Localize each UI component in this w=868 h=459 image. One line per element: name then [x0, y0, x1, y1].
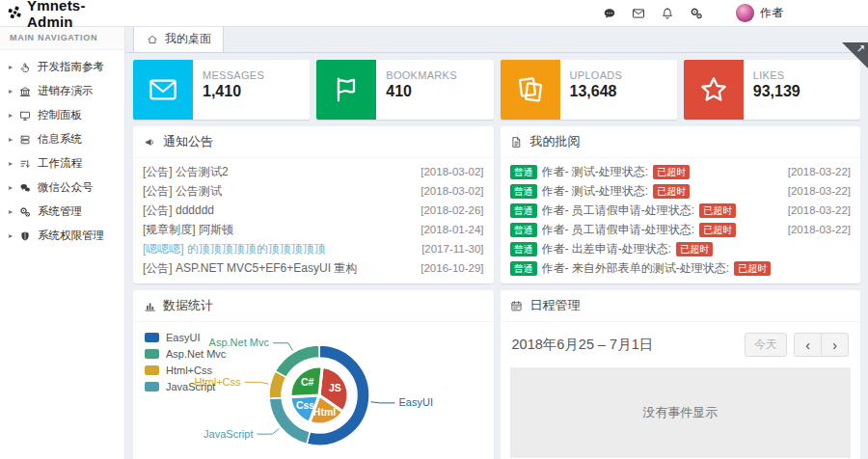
- calendar-body: 2018年6月25 – 7月1日 今天 ‹ › 没有事件显示: [501, 322, 861, 459]
- legend-label: Asp.Net Mvc: [166, 348, 226, 360]
- sidebar-item-label: 工作流程: [38, 156, 82, 171]
- server-icon: [18, 134, 32, 146]
- sidebar-item-5[interactable]: ▸工作流程: [0, 151, 124, 176]
- stat-card-body: UPLOADS13,648: [560, 60, 633, 120]
- sidebar-item-2[interactable]: ▸进销存演示: [0, 79, 124, 103]
- notice-link[interactable]: [规章制度] 阿斯顿: [143, 222, 233, 238]
- inner-slice-label: Html: [313, 406, 336, 418]
- review-date: [2018-03-22]: [788, 224, 851, 235]
- level-badge: 普通: [510, 242, 537, 256]
- review-row: 普通作者- 测试-处理状态:已超时[2018-03-22]: [510, 181, 852, 201]
- legend-item-javascript[interactable]: JavaScript: [145, 381, 226, 392]
- legend-item-html-css[interactable]: Html+Css: [145, 364, 226, 376]
- notices-title: 通知公告: [163, 133, 213, 150]
- notice-link[interactable]: [嗯嗯嗯] 的顶顶顶顶顶的顶顶顶顶顶: [143, 241, 326, 257]
- notice-date: [2018-02-26]: [420, 204, 483, 216]
- tab-my-desktop[interactable]: 我的桌面: [133, 25, 224, 52]
- stat-card-label: UPLOADS: [570, 69, 623, 81]
- calendar-panel-header: 日程管理: [501, 290, 861, 322]
- panels-row-2: 数据统计 EasyUIAsp.Net MvcHtml+CssJavaScript…: [133, 290, 860, 459]
- review-row: 普通作者- 测试-处理状态:已超时[2018-03-22]: [510, 162, 852, 181]
- calendar-toolbar: 2018年6月25 – 7月1日 今天 ‹ ›: [512, 333, 850, 357]
- sidebar-item-4[interactable]: ▸信息系统: [0, 127, 124, 151]
- review-link[interactable]: 普通作者- 出差申请-处理状态:已超时: [510, 241, 714, 257]
- notice-link[interactable]: [公告] 公告测试: [143, 183, 222, 200]
- stat-card-body: BOOKMARKS410: [376, 60, 467, 120]
- sidebar-item-7[interactable]: ▸系统管理: [0, 200, 124, 224]
- bell-icon[interactable]: [661, 7, 674, 20]
- star-icon: [684, 60, 744, 120]
- brand-logo-icon: [8, 6, 22, 20]
- stat-card-bookmarks: BOOKMARKS410: [316, 60, 493, 120]
- comment-icon[interactable]: [603, 7, 616, 20]
- calendar-range: 2018年6月25 – 7月1日: [512, 336, 654, 354]
- review-link[interactable]: 普通作者- 测试-处理状态:已超时: [510, 183, 691, 200]
- review-text: 作者- 测试-处理状态:: [542, 164, 649, 180]
- content-area: 我的桌面 MESSAGES1,410BOOKMARKS410UPLOADS13,…: [125, 26, 868, 459]
- next-button[interactable]: ›: [821, 334, 848, 356]
- stat-card-label: LIKES: [753, 69, 800, 81]
- sidebar-item-8[interactable]: ▸系统权限管理: [0, 224, 124, 248]
- status-badge: 已超时: [699, 223, 736, 237]
- notice-link[interactable]: [公告] ASP.NET MVC5+EF6+EasyUI 重构: [143, 260, 357, 277]
- legend-swatch: [145, 365, 159, 375]
- inner-slice-label: Css: [296, 399, 314, 411]
- panels-row-1: 通知公告 [公告] 公告测试2[2018-03-02][公告] 公告测试[201…: [133, 126, 860, 284]
- review-link[interactable]: 普通作者- 测试-处理状态:已超时: [510, 164, 691, 180]
- stats-panel-header: 数据统计: [133, 290, 494, 322]
- stat-card-uploads: UPLOADS13,648: [501, 60, 677, 120]
- brand-logo[interactable]: Ymnets-Admin: [0, 0, 125, 30]
- review-link[interactable]: 普通作者- 员工请假申请-处理状态:已超时: [510, 202, 737, 219]
- review-date: [2018-03-22]: [788, 166, 851, 177]
- sidebar-item-3[interactable]: ▸控制面板: [0, 103, 124, 127]
- workflow-icon: [18, 158, 32, 170]
- cogs-icon[interactable]: [690, 7, 703, 20]
- stat-card-value: 1,410: [203, 83, 264, 100]
- user-menu[interactable]: 作者: [736, 4, 783, 22]
- file-text-icon: [510, 136, 524, 148]
- envelope-icon: [133, 60, 193, 120]
- sidebar-item-1[interactable]: ▸开发指南参考: [0, 55, 124, 79]
- legend-item-asp-net-mvc[interactable]: Asp.Net Mvc: [145, 348, 226, 360]
- sidebar-menu: ▸开发指南参考▸进销存演示▸控制面板▸信息系统▸工作流程▸微信公众号▸系统管理▸…: [0, 50, 124, 253]
- review-link[interactable]: 普通作者- 来自外部表单的测试-处理状态:已超时: [510, 260, 772, 277]
- chart-body: EasyUIAsp.Net MvcHtml+CssJavaScript Easy…: [133, 322, 494, 459]
- stat-card-messages: MESSAGES1,410: [133, 60, 310, 120]
- calendar-title: 日程管理: [530, 297, 581, 314]
- tab-label: 我的桌面: [165, 31, 211, 47]
- notice-date: [2017-11-30]: [421, 243, 483, 255]
- calendar-nav-group: ‹ ›: [794, 333, 849, 357]
- today-button[interactable]: 今天: [745, 333, 787, 357]
- caret-right-icon: ▸: [9, 208, 13, 216]
- sidebar-item-label: 控制面板: [38, 108, 82, 122]
- bank-icon: [18, 86, 32, 97]
- main-area: MESSAGES1,410BOOKMARKS410UPLOADS13,648LI…: [125, 53, 868, 459]
- review-row: 普通作者- 出差申请-处理状态:已超时: [510, 239, 852, 258]
- status-badge: 已超时: [734, 261, 771, 276]
- sidebar-item-6[interactable]: ▸微信公众号: [0, 176, 124, 200]
- prev-button[interactable]: ‹: [795, 334, 821, 356]
- caret-right-icon: ▸: [9, 232, 13, 240]
- legend-swatch: [145, 382, 159, 392]
- legend-label: Html+Css: [166, 364, 212, 376]
- stat-card-label: MESSAGES: [203, 69, 264, 81]
- review-date: [2018-03-22]: [788, 185, 851, 197]
- notice-row: [公告] ASP.NET MVC5+EF6+EasyUI 重构[2016-10-…: [143, 258, 484, 278]
- level-badge: 普通: [510, 165, 537, 179]
- caret-right-icon: ▸: [9, 112, 13, 120]
- review-text: 作者- 员工请假申请-处理状态:: [542, 222, 695, 238]
- review-date: [2018-03-22]: [788, 204, 851, 216]
- stat-card-likes: LIKES93,139: [684, 60, 860, 120]
- chart-legend: EasyUIAsp.Net MvcHtml+CssJavaScript: [145, 332, 226, 392]
- outer-slice-label: EasyUI: [399, 396, 433, 408]
- legend-item-easyui[interactable]: EasyUI: [145, 332, 226, 343]
- stat-cards-row: MESSAGES1,410BOOKMARKS410UPLOADS13,648LI…: [133, 60, 860, 120]
- top-navbar: Ymnets-Admin 作者: [0, 0, 868, 27]
- envelope-icon[interactable]: [632, 7, 645, 20]
- notice-link[interactable]: [公告] dddddd: [143, 202, 214, 219]
- notice-link[interactable]: [公告] 公告测试2: [143, 164, 229, 180]
- review-link[interactable]: 普通作者- 员工请假申请-处理状态:已超时: [510, 222, 737, 238]
- notice-row: [公告] 公告测试[2018-03-02]: [143, 181, 484, 201]
- stats-title: 数据统计: [163, 297, 213, 314]
- level-badge: 普通: [510, 261, 537, 276]
